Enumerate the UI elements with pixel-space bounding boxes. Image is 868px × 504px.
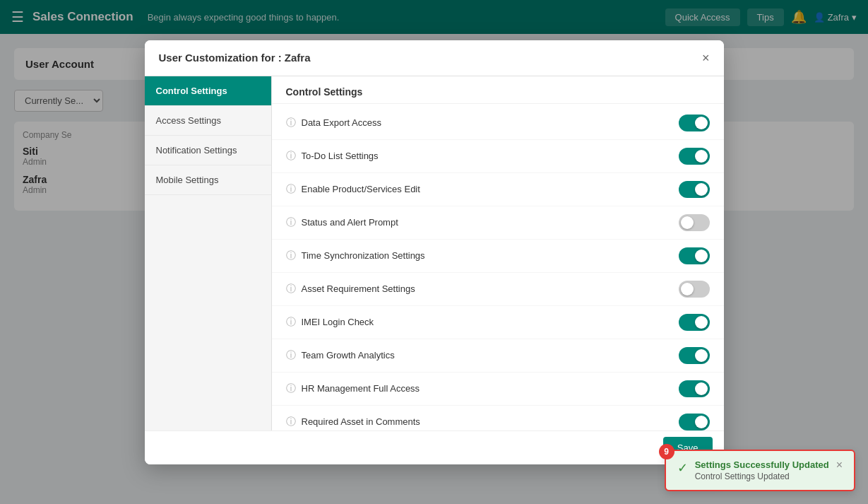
toast-content: Settings Successfully Updated Control Se… — [695, 459, 829, 481]
toggle-on — [679, 148, 710, 165]
setting-label-text: Enable Product/Services Edit — [302, 184, 420, 194]
setting-label: ⓘData Export Access — [286, 117, 381, 129]
toggle-off — [679, 281, 710, 298]
toggle-on — [679, 314, 710, 331]
tab-access-label: Access Settings — [156, 115, 222, 126]
tab-notification-settings[interactable]: Notification Settings — [145, 136, 271, 165]
info-icon[interactable]: ⓘ — [286, 416, 296, 428]
info-icon[interactable]: ⓘ — [286, 216, 296, 229]
toast-title: Settings Successfully Updated — [695, 459, 829, 470]
setting-row: ⓘHR Management Full Access — [272, 373, 724, 406]
setting-label: ⓘEnable Product/Services Edit — [286, 183, 420, 196]
setting-label: ⓘTime Synchronization Settings — [286, 250, 425, 262]
setting-row: ⓘData Export Access — [272, 107, 724, 140]
toggle-knob — [681, 283, 694, 295]
toggle-switch[interactable] — [679, 181, 710, 198]
toggle-on — [679, 347, 710, 364]
toggle-switch[interactable] — [679, 314, 710, 331]
content-section-title: Control Settings — [272, 76, 724, 104]
tab-mobile-settings[interactable]: Mobile Settings — [145, 165, 271, 195]
check-icon: ✓ — [677, 460, 688, 476]
toggle-switch[interactable] — [679, 380, 710, 397]
tab-control-settings[interactable]: Control Settings — [145, 76, 271, 106]
setting-label-text: To-Do List Settings — [302, 151, 379, 161]
tab-access-settings[interactable]: Access Settings — [145, 106, 271, 136]
modal-sidebar: Control Settings Access Settings Notific… — [145, 76, 272, 430]
setting-label-text: Time Synchronization Settings — [302, 250, 425, 261]
info-icon[interactable]: ⓘ — [286, 283, 296, 295]
setting-label: ⓘTeam Growth Analytics — [286, 349, 395, 362]
info-icon[interactable]: ⓘ — [286, 250, 296, 262]
setting-label: ⓘAsset Requirement Settings — [286, 283, 415, 295]
toggle-off — [679, 214, 710, 231]
toggle-knob — [695, 316, 708, 329]
toggle-knob — [681, 216, 694, 229]
toggle-knob — [695, 183, 708, 196]
setting-label: ⓘTo-Do List Settings — [286, 150, 379, 163]
modal-header: User Customization for : Zafra × — [145, 40, 724, 76]
toggle-knob — [695, 349, 708, 362]
setting-label-text: Status and Alert Prompt — [302, 217, 398, 228]
modal-title: User Customization for : Zafra — [159, 52, 311, 64]
toggle-knob — [695, 416, 708, 428]
setting-row: ⓘTeam Growth Analytics — [272, 339, 724, 373]
toggle-switch[interactable] — [679, 347, 710, 364]
info-icon[interactable]: ⓘ — [286, 316, 296, 329]
tab-notification-label: Notification Settings — [156, 145, 237, 156]
toggle-knob — [695, 150, 708, 163]
user-customization-modal: User Customization for : Zafra × Control… — [145, 40, 724, 464]
toast-badge: 9 — [659, 444, 674, 459]
toggle-switch[interactable] — [679, 148, 710, 165]
toggle-knob — [695, 250, 708, 262]
modal-overlay: User Customization for : Zafra × Control… — [0, 0, 868, 504]
toggle-switch[interactable] — [679, 281, 710, 298]
setting-row: ⓘAsset Requirement Settings — [272, 273, 724, 306]
modal-close-button[interactable]: × — [702, 52, 710, 64]
modal-content-area: Control Settings ⓘData Export AccessⓘTo-… — [272, 76, 724, 430]
toggle-knob — [695, 382, 708, 395]
setting-label-text: Data Export Access — [302, 117, 381, 128]
toggle-switch[interactable] — [679, 115, 710, 131]
tab-mobile-label: Mobile Settings — [156, 175, 219, 185]
toggle-on — [679, 115, 710, 131]
toggle-on — [679, 247, 710, 264]
tab-control-label: Control Settings — [156, 86, 227, 96]
toggle-on — [679, 380, 710, 397]
setting-label-text: Team Growth Analytics — [302, 350, 395, 361]
setting-label: ⓘRequired Asset in Comments — [286, 416, 420, 428]
toast-notification: 9 ✓ Settings Successfully Updated Contro… — [665, 450, 855, 491]
toggle-on — [679, 181, 710, 198]
setting-row: ⓘTime Synchronization Settings — [272, 240, 724, 273]
toggle-knob — [695, 117, 708, 129]
info-icon[interactable]: ⓘ — [286, 382, 296, 395]
toggle-switch[interactable] — [679, 247, 710, 264]
setting-label: ⓘIMEI Login Check — [286, 316, 374, 329]
toast-subtitle: Control Settings Updated — [695, 471, 829, 481]
setting-row: ⓘEnable Product/Services Edit — [272, 173, 724, 206]
modal-body: Control Settings Access Settings Notific… — [145, 76, 724, 430]
toggle-switch[interactable] — [679, 214, 710, 231]
info-icon[interactable]: ⓘ — [286, 183, 296, 196]
setting-row: ⓘStatus and Alert Prompt — [272, 206, 724, 240]
setting-label-text: HR Management Full Access — [302, 383, 420, 394]
toggle-switch[interactable] — [679, 414, 710, 430]
setting-row: ⓘRequired Asset in Comments — [272, 406, 724, 430]
setting-label: ⓘHR Management Full Access — [286, 382, 420, 395]
modal-footer: Save — [145, 430, 724, 464]
info-icon[interactable]: ⓘ — [286, 349, 296, 362]
info-icon[interactable]: ⓘ — [286, 117, 296, 129]
info-icon[interactable]: ⓘ — [286, 150, 296, 163]
setting-label-text: IMEI Login Check — [302, 317, 374, 327]
setting-row: ⓘIMEI Login Check — [272, 306, 724, 339]
setting-label: ⓘStatus and Alert Prompt — [286, 216, 398, 229]
toast-close-button[interactable]: × — [836, 459, 843, 471]
setting-row: ⓘTo-Do List Settings — [272, 140, 724, 173]
setting-label-text: Asset Requirement Settings — [302, 283, 415, 294]
toggle-on — [679, 414, 710, 430]
setting-label-text: Required Asset in Comments — [302, 416, 420, 427]
settings-list: ⓘData Export AccessⓘTo-Do List Settingsⓘ… — [272, 104, 724, 430]
